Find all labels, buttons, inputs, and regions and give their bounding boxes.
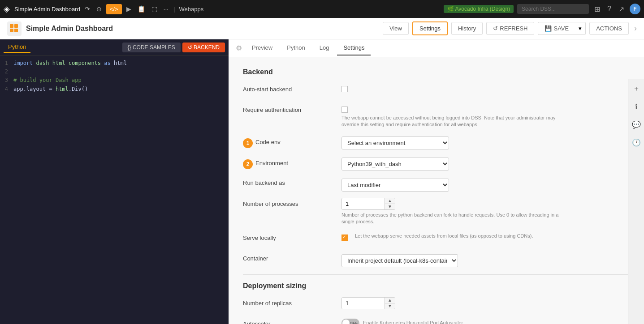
tab-log[interactable]: Log: [313, 41, 336, 55]
second-bar: Simple Admin Dashboard View Settings His…: [0, 18, 644, 39]
top-bar-right: 🌿 Avocado Infra (Design) ⊞ ? ↗ F: [444, 4, 640, 14]
side-icon-clock[interactable]: 🕐: [630, 136, 643, 149]
autoscaler-label: Autoscaler: [243, 318, 341, 324]
require-auth-hint: The webapp cannot be accessed without be…: [341, 115, 566, 128]
code-env-label: Code env: [255, 139, 281, 145]
side-icon-plus[interactable]: ＋: [630, 82, 643, 95]
environment-row: 2 Environment Python39_with_dash: [243, 156, 630, 171]
main-layout: Python {} CODE SAMPLES ↺ BACKEND 1 impor…: [0, 39, 644, 324]
code-line-4: 4 app.layout = html.Div(): [0, 85, 229, 94]
num-processes-row: Number of processes ▲ ▼ Number of proces…: [243, 198, 630, 226]
refresh-button[interactable]: ↺ ↺ REFRESH REFRESH: [486, 22, 534, 35]
tab-preview[interactable]: Preview: [246, 41, 279, 55]
num-replicas-increment[interactable]: ▲: [385, 298, 395, 303]
help-icon[interactable]: ?: [605, 4, 613, 14]
svg-rect-0: [10, 24, 13, 28]
num-replicas-decrement[interactable]: ▼: [385, 303, 395, 309]
autoscaler-control: OFF Enable Kubernetes Horizontal Pod Aut…: [341, 318, 630, 324]
clipboard-icon[interactable]: 📋: [136, 4, 147, 14]
search-input[interactable]: [517, 4, 589, 14]
code-icon[interactable]: </>: [106, 4, 122, 14]
environment-select[interactable]: Python39_with_dash: [341, 158, 449, 171]
code-line-2: 2: [0, 68, 229, 76]
settings-tab-icon: ⚙: [236, 44, 242, 52]
num-processes-arrows: ▲ ▼: [385, 198, 395, 209]
num-replicas-input[interactable]: [342, 298, 385, 309]
history-button[interactable]: History: [451, 22, 483, 35]
collapse-sidebar-icon[interactable]: ›: [634, 24, 637, 33]
tab-settings[interactable]: Settings: [337, 41, 371, 55]
run-backend-row: Run backend as Last modifier Creator Cus…: [243, 177, 630, 192]
settings-content: Backend Auto-start backend Require authe…: [229, 57, 644, 324]
section-divider: [243, 274, 630, 275]
autostart-control: [341, 83, 630, 92]
tab-python[interactable]: Python: [281, 41, 311, 55]
environment-label-col: 2 Environment: [243, 156, 341, 169]
backend-button[interactable]: ↺ BACKEND: [182, 43, 225, 52]
container-label: Container: [243, 252, 341, 262]
container-control: Inherit project default (local-k8s-conta…: [341, 252, 630, 267]
require-auth-control: The webapp cannot be accessed without be…: [341, 104, 630, 128]
require-auth-row: Require authentication The webapp cannot…: [243, 104, 630, 128]
save-group: 💾 SAVE ▾: [538, 22, 586, 35]
svg-rect-3: [14, 29, 18, 32]
autoscaler-row: Autoscaler OFF Enable Kubernetes Horizon…: [243, 318, 630, 324]
num-processes-input[interactable]: [342, 198, 385, 209]
num-processes-input-wrap: ▲ ▼: [341, 198, 395, 210]
num-replicas-label: Number of replicas: [243, 297, 341, 307]
serve-locally-row: Serve locally Let the webapp serve neede…: [243, 232, 630, 246]
actions-button[interactable]: ACTIONS: [589, 22, 629, 35]
autoscaler-toggle[interactable]: OFF: [341, 319, 359, 324]
user-avatar[interactable]: F: [630, 4, 640, 14]
app-icon: [7, 21, 22, 36]
view-button[interactable]: View: [383, 22, 409, 35]
avocado-badge[interactable]: 🌿 Avocado Infra (Design): [444, 5, 514, 13]
container-select[interactable]: Inherit project default (local-k8s-conta…: [341, 254, 458, 267]
serve-locally-checkbox[interactable]: [341, 234, 348, 241]
top-bar: ◈ Simple Admin Dashboard ↷ ⊙ </> ▶ 📋 ⬚ ·…: [0, 0, 644, 18]
num-processes-increment[interactable]: ▲: [385, 198, 395, 204]
code-env-label-col: 1 Code env: [243, 135, 341, 148]
nav-icon-1[interactable]: ↷: [83, 4, 92, 14]
step-2-badge: 2: [243, 159, 253, 169]
left-panel-tabs: Python {} CODE SAMPLES ↺ BACKEND: [0, 39, 229, 55]
num-processes-decrement[interactable]: ▼: [385, 204, 395, 209]
code-line-3: 3 # build your Dash app: [0, 76, 229, 85]
monitor-icon[interactable]: ⬚: [150, 4, 159, 14]
svg-rect-2: [10, 29, 13, 32]
step-1-badge: 1: [243, 138, 253, 148]
run-icon[interactable]: ▶: [125, 4, 133, 14]
trend-icon[interactable]: ↗: [617, 4, 626, 14]
side-icons-panel: ＋ ℹ 💬 🕐: [628, 79, 644, 324]
code-env-select[interactable]: Select an environment Python 3.6 Python …: [341, 136, 449, 149]
environment-label: Environment: [255, 160, 288, 166]
run-backend-select[interactable]: Last modifier Creator Custom: [341, 179, 449, 192]
num-processes-control: ▲ ▼ Number of processes the python backe…: [341, 198, 630, 226]
deployment-section-title: Deployment sizing: [243, 282, 630, 290]
require-auth-checkbox[interactable]: [341, 107, 348, 113]
autoscaler-hint: Enable Kubernetes Horizontal Pod Autosca…: [363, 320, 463, 324]
environment-control: Python39_with_dash: [341, 156, 630, 171]
num-processes-label: Number of processes: [243, 198, 341, 207]
autostart-label: Auto-start backend: [243, 83, 341, 93]
num-replicas-input-wrap: ▲ ▼: [341, 297, 395, 309]
backend-section-title: Backend: [243, 68, 630, 76]
app-title-topbar: Simple Admin Dashboard: [14, 6, 80, 13]
settings-button[interactable]: Settings: [412, 21, 448, 35]
autostart-row: Auto-start backend: [243, 83, 630, 98]
grid-icon[interactable]: ⊞: [592, 4, 602, 14]
serve-locally-label: Serve locally: [243, 232, 341, 241]
webapps-label: Webapps: [179, 6, 204, 13]
save-button[interactable]: 💾 SAVE: [538, 22, 575, 35]
code-samples-button[interactable]: {} CODE SAMPLES: [122, 43, 181, 52]
more-icon[interactable]: ···: [162, 4, 171, 14]
num-processes-hint: Number of processes the python backend c…: [341, 212, 566, 226]
save-dropdown-button[interactable]: ▾: [575, 22, 586, 35]
python-tab[interactable]: Python: [4, 42, 30, 53]
autostart-checkbox[interactable]: [341, 86, 348, 92]
nav-icon-2[interactable]: ⊙: [95, 4, 104, 14]
side-icon-chat[interactable]: 💬: [630, 118, 643, 131]
side-icon-info[interactable]: ℹ: [630, 100, 643, 113]
code-env-control: Select an environment Python 3.6 Python …: [341, 135, 630, 149]
app-title: Simple Admin Dashboard: [26, 25, 383, 33]
